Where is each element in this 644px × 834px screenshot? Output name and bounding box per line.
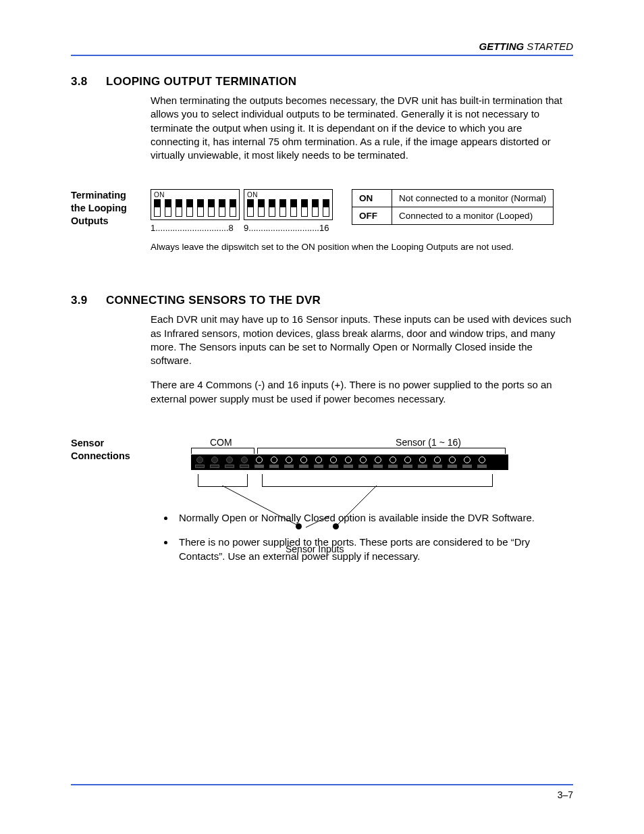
dipswitch-on-label-1: ON — [154, 191, 236, 199]
looping-outputs-row: Terminating the Looping Outputs ON 1....… — [71, 189, 573, 233]
dipswitch-range-2: 9.............................16 — [244, 223, 333, 233]
svg-line-2 — [306, 516, 329, 527]
section-3-8-body: When terminating the outputs becomes nec… — [151, 94, 573, 162]
sensor-inputs-caption: Sensor Inputs — [286, 544, 344, 554]
dipswitch-note: Always leave the dipswitch set to the ON… — [151, 241, 573, 253]
dipswitch-on-label-2: ON — [247, 191, 329, 199]
on-off-table: ON Not connected to a monitor (Normal) O… — [352, 189, 554, 225]
terminal-strip — [191, 454, 508, 470]
dipswitch-diagram: ON 1..............................8 ON — [151, 189, 333, 233]
section-3-9-body-1: Each DVR unit may have up to 16 Sensor i… — [151, 313, 573, 367]
header-bold: GETTING — [479, 41, 525, 52]
off-value: Connected to a monitor (Looped) — [392, 207, 554, 225]
on-value: Not connected to a monitor (Normal) — [392, 190, 554, 207]
header-rest: STARTED — [524, 41, 573, 52]
svg-line-0 — [222, 486, 299, 526]
dipswitch-bank-1: ON — [151, 189, 240, 220]
wire-node-left — [296, 523, 302, 529]
table-row: OFF Connected to a monitor (Looped) — [352, 207, 554, 225]
wiring-lines — [191, 486, 508, 540]
sensor-diagram: COM Sensor (1 ~ 16) — [191, 437, 508, 470]
svg-line-1 — [336, 486, 377, 526]
section-3-9-body-2: There are 4 Commons (-) and 16 inputs (+… — [151, 378, 573, 406]
page-footer: 3–7 — [71, 784, 573, 800]
section-3-9-number: 3.9 — [71, 294, 106, 307]
section-3-8-heading: 3.8LOOPING OUTPUT TERMINATION — [71, 75, 573, 88]
section-3-8-number: 3.8 — [71, 75, 106, 88]
sensor-row: Sensor Connections COM Sensor (1 ~ 16) — [71, 437, 573, 470]
sensor-bracket-top — [257, 448, 506, 454]
com-bracket-top — [191, 448, 254, 454]
sensor-side-label: Sensor Connections — [71, 437, 142, 463]
section-3-9-title: CONNECTING SENSORS TO THE DVR — [106, 294, 321, 307]
dipswitch-range-1: 1..............................8 — [151, 223, 240, 233]
off-key: OFF — [352, 207, 392, 225]
wire-node-right — [333, 523, 339, 529]
com-label: COM — [210, 437, 232, 448]
looping-outputs-side-label: Terminating the Looping Outputs — [71, 189, 142, 228]
page-number: 3–7 — [558, 789, 573, 800]
table-row: ON Not connected to a monitor (Normal) — [352, 190, 554, 207]
header-rule: GETTING STARTED — [71, 41, 573, 56]
sensor-range-label: Sensor (1 ~ 16) — [396, 437, 461, 448]
section-3-9-heading: 3.9CONNECTING SENSORS TO THE DVR — [71, 294, 573, 307]
running-header: GETTING STARTED — [71, 41, 573, 52]
section-3-8-title: LOOPING OUTPUT TERMINATION — [106, 75, 296, 88]
dipswitch-bank-2: ON — [244, 189, 333, 220]
on-key: ON — [352, 190, 392, 207]
